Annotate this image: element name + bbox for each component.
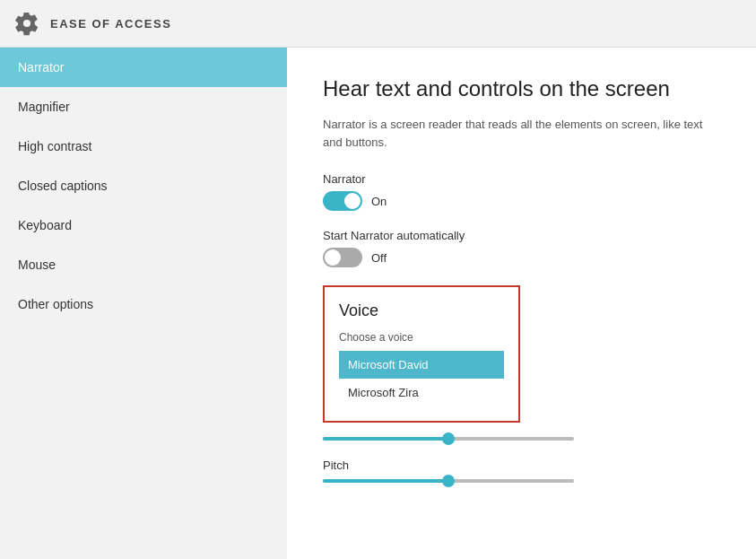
- sidebar-item-mouse[interactable]: Mouse: [0, 245, 287, 284]
- start-auto-toggle[interactable]: [323, 248, 362, 267]
- page-title: Hear text and controls on the screen: [323, 76, 720, 101]
- narrator-toggle-thumb: [344, 193, 361, 209]
- speed-slider-thumb[interactable]: [442, 432, 455, 445]
- sidebar-item-high-contrast[interactable]: High contrast: [0, 127, 287, 166]
- header-title: EASE OF ACCESS: [50, 17, 171, 31]
- narrator-toggle-row: On: [323, 191, 720, 211]
- voice-section: Voice Choose a voice Microsoft David Mic…: [323, 285, 520, 423]
- start-auto-label: Start Narrator automatically: [323, 229, 720, 242]
- pitch-slider-track: [323, 479, 574, 483]
- pitch-slider-fill: [323, 479, 448, 483]
- main-content: Hear text and controls on the screen Nar…: [287, 48, 756, 559]
- voice-option-zira[interactable]: Microsoft Zira: [339, 379, 504, 406]
- sidebar-item-keyboard[interactable]: Keyboard: [0, 205, 287, 245]
- start-auto-toggle-thumb: [325, 249, 341, 266]
- sidebar-item-other-options[interactable]: Other options: [0, 284, 287, 324]
- sidebar: Narrator Magnifier High contrast Closed …: [0, 48, 287, 559]
- narrator-label: Narrator: [323, 172, 720, 186]
- page-description: Narrator is a screen reader that reads a…: [323, 116, 720, 151]
- start-auto-toggle-row: Off: [323, 248, 720, 267]
- speed-slider-fill: [323, 437, 448, 441]
- pitch-slider-section: Pitch: [323, 459, 720, 483]
- voice-option-david[interactable]: Microsoft David: [339, 351, 504, 379]
- speed-slider-track: [323, 437, 574, 441]
- gear-icon: [14, 11, 39, 36]
- pitch-slider-thumb[interactable]: [442, 475, 455, 487]
- voice-title: Voice: [339, 301, 504, 320]
- pitch-label: Pitch: [323, 459, 720, 472]
- start-auto-toggle-state: Off: [371, 251, 387, 265]
- narrator-toggle[interactable]: [323, 191, 362, 211]
- narrator-toggle-state: On: [371, 195, 387, 208]
- choose-voice-label: Choose a voice: [339, 331, 504, 344]
- app-layout: Narrator Magnifier High contrast Closed …: [0, 48, 756, 559]
- sidebar-item-magnifier[interactable]: Magnifier: [0, 87, 287, 127]
- speed-slider-section: [323, 437, 720, 441]
- sidebar-item-closed-captions[interactable]: Closed captions: [0, 166, 287, 205]
- sidebar-item-narrator[interactable]: Narrator: [0, 48, 287, 87]
- header: EASE OF ACCESS: [0, 0, 756, 48]
